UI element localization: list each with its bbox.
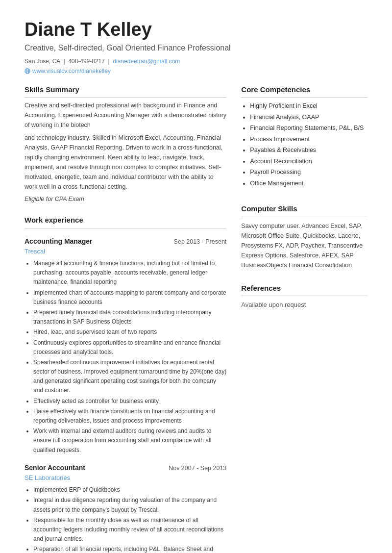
job-2-dates: Nov 2007 - Sep 2013 (169, 464, 226, 473)
location: San Jose, CA (24, 58, 60, 65)
job-2-title: Senior Accountant (24, 463, 85, 473)
computer-skills-section: Computer Skills Savvy computer user. Adv… (241, 203, 368, 270)
resume-page: Diane T Kelley Creative, Self-directed, … (0, 0, 392, 553)
list-item: Prepared timely financial data consolida… (33, 308, 226, 327)
job-1-dates: Sep 2013 - Present (174, 237, 227, 247)
job-2-company: SE Laboratories (24, 473, 226, 483)
list-item: Payroll Processing (250, 167, 368, 178)
computer-skills-title: Computer Skills (241, 203, 368, 217)
candidate-tagline: Creative, Self-directed, Goal Oriented F… (24, 42, 368, 54)
contact-info: San Jose, CA | 408-499-8217 | dianedeetr… (24, 57, 368, 66)
work-exp-title: Work experience (24, 215, 226, 228)
job-1-title: Accounting Manager (24, 236, 92, 247)
list-item: Preparation of all financial reports, in… (33, 545, 226, 553)
list-item: Hired, lead, and supervised team of two … (33, 327, 226, 337)
right-column: Core Competencies Highly Proficient in E… (241, 84, 368, 553)
list-item: Financial Reporting Statements, P&L, B/S (250, 123, 368, 134)
list-item: Financial Analysis, GAAP (250, 112, 368, 123)
computer-skills-text: Savvy computer user. Advanced Excel, SAP… (241, 221, 368, 270)
list-item: Effectively acted as controller for busi… (33, 397, 226, 406)
competencies-list: Highly Proficient in Excel Financial Ana… (241, 101, 368, 189)
list-item: Highly Proficient in Excel (250, 101, 368, 112)
job-1-header: Accounting Manager Sep 2013 - Present (24, 236, 226, 247)
list-item: Continuously explores opportunities to s… (33, 338, 226, 357)
candidate-name: Diane T Kelley (24, 20, 368, 40)
job-1-company: Trescal (24, 247, 226, 256)
core-competencies-section: Core Competencies Highly Proficient in E… (241, 84, 368, 189)
main-content: Skills Summary Creative and self-directe… (24, 84, 368, 553)
list-item: Responsible for the monthly close as wel… (33, 516, 226, 544)
phone: 408-499-8217 (68, 58, 105, 65)
list-item: Integral in due diligence reporting duri… (33, 496, 226, 514)
skills-summary-text1: Creative and self-directed professional … (24, 101, 226, 130)
job-1: Accounting Manager Sep 2013 - Present Tr… (24, 236, 226, 455)
list-item: Spearheaded continuous improvement initi… (33, 358, 226, 396)
list-item: Work with internal and external auditors… (33, 427, 226, 455)
skills-summary-text2: and technology industry. Skilled in Micr… (24, 133, 226, 192)
core-competencies-title: Core Competencies (241, 84, 368, 98)
references-text: Available upon request (241, 300, 368, 310)
list-item: Process Improvement (250, 134, 368, 145)
job-2-bullets: Implemented ERP of Quickbooks Integral i… (24, 485, 226, 553)
list-item: Implemented chart of accounts mapping to… (33, 288, 226, 307)
separator2: | (106, 58, 113, 65)
job-2-header: Senior Accountant Nov 2007 - Sep 2013 (24, 463, 226, 473)
globe-icon (24, 68, 30, 74)
list-item: Account Reconciliation (250, 156, 368, 167)
email-link[interactable]: dianedeetran@gmail.com (113, 58, 180, 65)
left-column: Skills Summary Creative and self-directe… (24, 84, 226, 553)
website-line: www.visualcv.com/dianekelley (24, 67, 368, 75)
work-experience-section: Work experience Accounting Manager Sep 2… (24, 215, 226, 553)
references-section: References Available upon request (241, 283, 368, 310)
job-1-bullets: Manage all accounting & finance function… (24, 259, 226, 455)
website-link[interactable]: www.visualcv.com/dianekelley (32, 67, 111, 75)
job-2: Senior Accountant Nov 2007 - Sep 2013 SE… (24, 463, 226, 553)
references-title: References (241, 283, 368, 297)
list-item: Liaise effectively with finance constitu… (33, 407, 226, 426)
header-section: Diane T Kelley Creative, Self-directed, … (24, 20, 368, 75)
skills-summary-title: Skills Summary (24, 84, 226, 98)
separator: | (62, 58, 68, 65)
list-item: Manage all accounting & finance function… (33, 259, 226, 287)
list-item: Payables & Receivables (250, 145, 368, 156)
list-item: Office Management (250, 178, 368, 189)
skills-summary-section: Skills Summary Creative and self-directe… (24, 84, 226, 204)
list-item: Implemented ERP of Quickbooks (33, 485, 226, 495)
eligible-text: Eligible for CPA Exam (24, 195, 226, 204)
